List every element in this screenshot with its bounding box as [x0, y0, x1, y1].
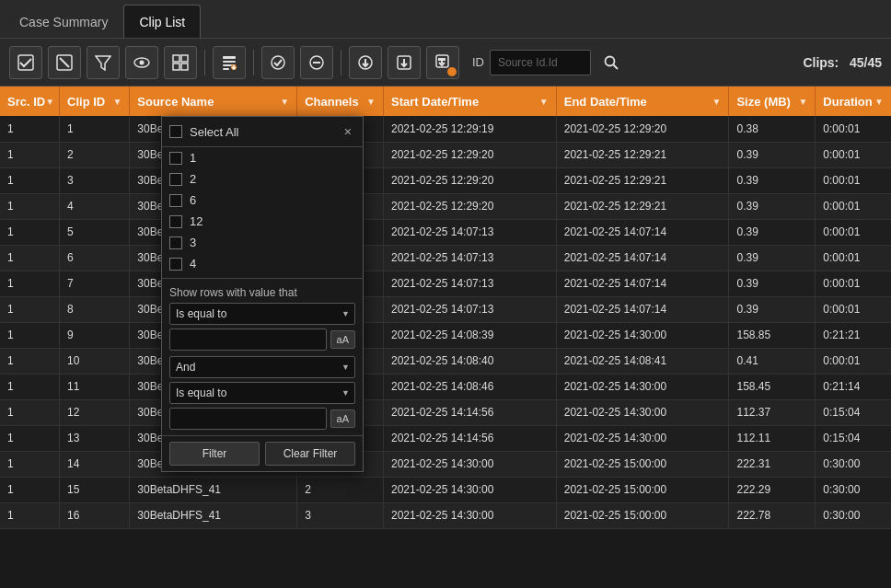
view-button[interactable]	[125, 46, 158, 79]
table-row[interactable]: 1630BetaDHFS_4112021-02-25 14:07:132021-…	[0, 245, 891, 271]
filter-input1-row: aA	[162, 327, 363, 352]
table-cell: 0:30:00	[816, 477, 891, 502]
table-cell: 1	[60, 116, 130, 142]
table-row[interactable]: 1130BetaDHFS_4112021-02-25 12:29:192021-…	[0, 116, 891, 142]
filter-button[interactable]: Filter	[169, 442, 260, 466]
search-button[interactable]	[596, 50, 626, 75]
download-button[interactable]	[349, 46, 382, 79]
clips-count: Clips: 45/45	[803, 55, 882, 70]
filter-checkbox-item[interactable]: 3	[162, 232, 363, 253]
filter-panel-header: Select All ×	[162, 117, 363, 147]
checkbox-checked-icon	[17, 54, 34, 71]
sort-icon-start-dt: ▼	[539, 97, 549, 107]
filter-checkbox[interactable]	[169, 215, 182, 228]
filter-divider-1	[162, 278, 363, 279]
table-cell: 2021-02-25 14:30:00	[384, 502, 557, 528]
table-cell: 1	[0, 451, 60, 477]
tab-case-summary[interactable]: Case Summary	[4, 5, 123, 38]
table-row[interactable]: 1730BetaDHFS_4112021-02-25 14:07:132021-…	[0, 271, 891, 296]
filter-value2-input[interactable]	[169, 408, 327, 430]
table-cell: 0:30:00	[816, 451, 891, 477]
select-all-option[interactable]: Select All	[169, 125, 341, 139]
table-row[interactable]: 11230BetaDHFS_4112021-02-25 14:14:562021…	[0, 399, 891, 425]
table-row[interactable]: 1430BetaDHFS_4112021-02-25 12:29:202021-…	[0, 193, 891, 219]
table-cell: 0:00:01	[816, 296, 891, 322]
check-circle-icon	[270, 54, 286, 71]
filter-checkbox-item[interactable]: 4	[162, 253, 363, 274]
table-cell: 222.78	[729, 502, 816, 528]
table-row[interactable]: 1230BetaDHFS_4112021-02-25 12:29:202021-…	[0, 142, 891, 167]
id-input[interactable]	[490, 50, 591, 75]
filter-checkbox[interactable]	[169, 152, 182, 165]
table-cell: 30BetaDHFS_41	[130, 477, 297, 502]
condition1-select[interactable]: Is equal to Is not equal to Contains Doe…	[169, 303, 355, 325]
col-header-start-dt[interactable]: Start Date/Time ▼	[384, 86, 557, 116]
svg-point-16	[272, 56, 284, 69]
table-cell: 14	[60, 451, 130, 477]
table-cell: 2021-02-25 14:07:13	[384, 271, 557, 296]
save-all-button[interactable]	[426, 46, 459, 79]
condition2-select-wrap: Is equal to Is not equal to Contains Doe…	[169, 382, 355, 404]
table-row[interactable]: 11430BetaDHFS_4112021-02-25 14:30:002021…	[0, 451, 891, 477]
aa-button-1[interactable]: aA	[330, 330, 355, 349]
table-cell: 2021-02-25 12:29:21	[556, 142, 729, 167]
sort-icon-src-id: ▼	[45, 97, 54, 107]
col-header-clip-id[interactable]: Clip ID ▼	[60, 86, 130, 116]
table-cell: 1	[0, 425, 60, 451]
filter-button[interactable]	[87, 46, 120, 79]
filter-checkbox-item[interactable]: 12	[162, 211, 363, 232]
save-button[interactable]	[388, 46, 421, 79]
grid-icon	[172, 54, 189, 71]
table-cell: 0.41	[729, 348, 816, 374]
col-header-duration[interactable]: Duration ▼	[816, 86, 891, 116]
table-row[interactable]: 11530BetaDHFS_4122021-02-25 14:30:002021…	[0, 477, 891, 502]
table-row[interactable]: 11130BetaDHFS_4112021-02-25 14:08:462021…	[0, 374, 891, 399]
svg-point-5	[140, 60, 145, 64]
table-row[interactable]: 1330BetaDHFS_4112021-02-25 12:29:202021-…	[0, 167, 891, 193]
table-row[interactable]: 1530BetaDHFS_4112021-02-25 14:07:132021-…	[0, 219, 891, 245]
filter-checkbox-item[interactable]: 2	[162, 168, 363, 190]
filter-checkbox[interactable]	[169, 194, 182, 207]
grid-view-button[interactable]	[164, 46, 197, 79]
col-header-end-dt[interactable]: End Date/Time ▼	[556, 86, 729, 116]
condition2-select[interactable]: Is equal to Is not equal to Contains Doe…	[169, 382, 355, 404]
filter-checkbox-item[interactable]: 1	[162, 147, 363, 168]
check-button[interactable]	[261, 46, 295, 79]
aa-button-2[interactable]: aA	[330, 409, 355, 428]
table-container: Src. ID ▼ Clip ID ▼ Source Name ▼	[0, 86, 891, 588]
col-header-src-name[interactable]: Source Name ▼	[130, 86, 297, 116]
clear-filter-button[interactable]: Clear Filter	[265, 442, 355, 466]
export-list-button[interactable]	[213, 46, 246, 79]
separator-3	[341, 50, 341, 75]
tab-clip-list[interactable]: Clip List	[123, 5, 201, 38]
remove-button[interactable]	[300, 46, 333, 79]
filter-checkbox-list: 1261234	[162, 147, 363, 274]
table-row[interactable]: 1830BetaDHFS_4112021-02-25 14:07:132021-…	[0, 296, 891, 322]
filter-checkbox[interactable]	[169, 258, 182, 271]
tab-bar: Case Summary Clip List	[0, 0, 891, 39]
svg-rect-13	[223, 68, 229, 70]
table-row[interactable]: 11030BetaDHFS_4112021-02-25 14:08:402021…	[0, 348, 891, 374]
table-row[interactable]: 11630BetaDHFS_4132021-02-25 14:30:002021…	[0, 502, 891, 528]
table-row[interactable]: 1930BetaDHFS_4112021-02-25 14:08:392021-…	[0, 322, 891, 348]
filter-checkbox-item[interactable]: 6	[162, 190, 363, 211]
col-header-src-id[interactable]: Src. ID ▼	[0, 86, 60, 116]
table-cell: 1	[0, 399, 60, 425]
col-header-channels[interactable]: Channels ▼	[297, 86, 384, 116]
logic-select[interactable]: And Or	[169, 356, 355, 378]
table-cell: 0:00:01	[816, 116, 891, 142]
export-list-icon	[221, 54, 237, 71]
svg-rect-8	[173, 63, 179, 70]
filter-value1-input[interactable]	[169, 329, 327, 351]
table-row[interactable]: 11330BetaDHFS_4112021-02-25 14:14:562021…	[0, 425, 891, 451]
table-cell: 2021-02-25 14:07:14	[556, 219, 729, 245]
table-cell: 2021-02-25 14:08:41	[556, 348, 729, 374]
select-all-button[interactable]	[9, 46, 42, 79]
col-header-size[interactable]: Size (MB) ▼	[729, 86, 816, 116]
filter-checkbox[interactable]	[169, 236, 182, 249]
select-all-checkbox[interactable]	[169, 125, 182, 138]
table-cell: 0:21:14	[816, 374, 891, 399]
filter-panel-close[interactable]: ×	[341, 122, 355, 141]
filter-checkbox[interactable]	[169, 173, 182, 186]
deselect-all-button[interactable]	[48, 46, 81, 79]
